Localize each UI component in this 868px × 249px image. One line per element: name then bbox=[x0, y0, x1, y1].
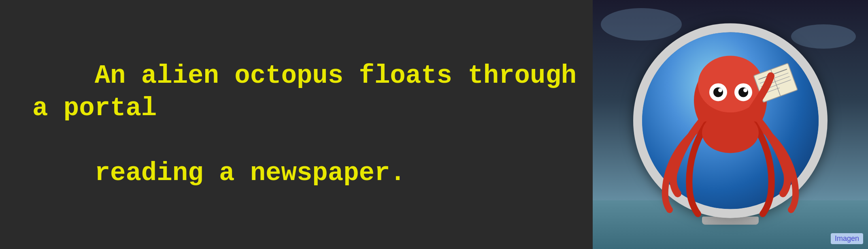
text-line2: reading a newspaper. bbox=[95, 159, 406, 188]
text-line1: An alien octopus floats through a portal bbox=[32, 61, 592, 123]
text-section: An alien octopus floats through a portal… bbox=[0, 27, 593, 222]
main-description-text: An alien octopus floats through a portal… bbox=[32, 27, 593, 222]
svg-point-7 bbox=[743, 88, 747, 92]
ai-generated-image: Imagen bbox=[593, 0, 868, 249]
svg-point-16 bbox=[702, 112, 759, 153]
imagen-watermark: Imagen bbox=[831, 233, 863, 244]
generated-image-section: Imagen bbox=[593, 0, 868, 249]
octopus-figure bbox=[633, 23, 828, 218]
svg-point-6 bbox=[718, 88, 722, 92]
